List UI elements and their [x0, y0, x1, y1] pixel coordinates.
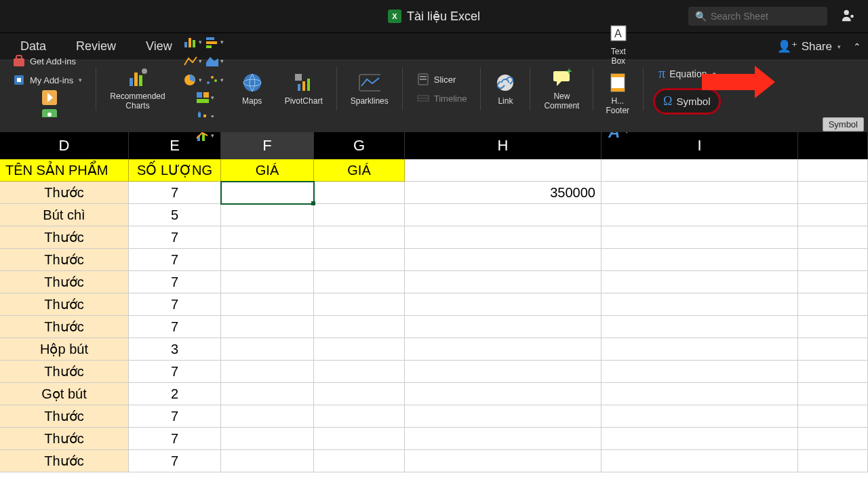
cell[interactable] [798, 293, 868, 316]
cell[interactable] [798, 338, 868, 361]
cell[interactable] [221, 338, 314, 361]
cell[interactable]: 7 [129, 249, 221, 271]
cell[interactable] [601, 271, 798, 293]
cell[interactable] [601, 159, 798, 182]
cell[interactable] [798, 450, 868, 472]
cell[interactable] [314, 383, 405, 405]
cell[interactable] [601, 204, 798, 226]
cell[interactable]: 3 [129, 338, 221, 361]
header-footer-button[interactable]: H...Footer [601, 69, 633, 119]
user-icon[interactable] [841, 8, 856, 23]
get-addins-button[interactable]: Get Add-ins [8, 52, 86, 70]
collapse-ribbon-icon[interactable]: ⌃ [853, 41, 861, 52]
cell[interactable] [601, 293, 798, 316]
cell[interactable] [221, 226, 314, 249]
cell[interactable] [798, 182, 868, 204]
cell[interactable]: Thước [0, 271, 129, 293]
cell[interactable] [601, 249, 798, 271]
cell[interactable] [601, 428, 798, 450]
cell[interactable] [798, 159, 868, 182]
cell[interactable]: 7 [129, 316, 221, 338]
cell[interactable]: 7 [129, 226, 221, 249]
cell[interactable] [405, 450, 601, 472]
cell[interactable] [798, 316, 868, 338]
cell[interactable]: 350000 [405, 182, 601, 204]
sparklines-button[interactable]: Sparklines [347, 69, 393, 108]
cell[interactable] [314, 428, 405, 450]
cell[interactable]: 7 [129, 361, 221, 383]
cell[interactable] [314, 271, 405, 293]
cell[interactable] [314, 249, 405, 271]
header-cell[interactable]: TÊN SẢN PHẨM [0, 159, 129, 182]
cell[interactable] [314, 405, 405, 428]
cell[interactable] [601, 338, 798, 361]
cell[interactable]: Hộp bút [0, 338, 129, 361]
search-input[interactable] [711, 11, 819, 22]
recommended-charts-button[interactable]: RecommendedCharts [106, 64, 169, 114]
new-comment-button[interactable]: + NewComment [540, 64, 583, 114]
header-cell[interactable]: GIÁ [314, 159, 405, 182]
tab-view[interactable]: View [131, 34, 187, 59]
cell[interactable]: Thước [0, 405, 129, 428]
cell[interactable]: Gọt bút [0, 383, 129, 405]
cell[interactable]: Thước [0, 249, 129, 271]
col-header-blank[interactable] [798, 132, 868, 159]
cell[interactable]: Thước [0, 226, 129, 249]
cell[interactable] [601, 226, 798, 249]
cell[interactable] [798, 383, 868, 405]
cell[interactable] [221, 361, 314, 383]
cell[interactable] [601, 316, 798, 338]
cell[interactable]: Bút chì [0, 204, 129, 226]
cell[interactable]: Thước [0, 450, 129, 472]
cell[interactable]: Thước [0, 316, 129, 338]
cell[interactable] [405, 338, 601, 361]
cell[interactable] [798, 405, 868, 428]
pie-chart-icon[interactable]: ▾ [183, 71, 202, 89]
cell[interactable] [798, 361, 868, 383]
line-chart-icon[interactable]: ▾ [183, 52, 202, 70]
cell[interactable]: 2 [129, 383, 221, 405]
cell[interactable] [601, 182, 798, 204]
cell[interactable] [221, 428, 314, 450]
cell[interactable] [221, 316, 314, 338]
col-header-F[interactable]: F [221, 132, 314, 159]
cell[interactable] [221, 405, 314, 428]
col-header-H[interactable]: H [405, 132, 601, 159]
cell[interactable]: Thước [0, 428, 129, 450]
search-box[interactable]: 🔍 [688, 7, 827, 26]
cell[interactable] [221, 249, 314, 271]
cell[interactable] [314, 361, 405, 383]
cell[interactable]: 7 [129, 293, 221, 316]
cell[interactable] [405, 226, 601, 249]
cell[interactable] [405, 361, 601, 383]
header-cell[interactable]: SỐ LƯỢNG [129, 159, 221, 182]
cell[interactable]: 5 [129, 204, 221, 226]
cell[interactable] [405, 204, 601, 226]
cell[interactable] [405, 405, 601, 428]
cell[interactable] [221, 271, 314, 293]
cell[interactable]: Thước [0, 293, 129, 316]
cell[interactable] [798, 428, 868, 450]
cell[interactable] [314, 293, 405, 316]
maps-button[interactable]: Maps [237, 69, 267, 108]
text-box-button[interactable]: A TextBox [604, 20, 633, 69]
slicer-button[interactable]: Slicer [412, 70, 471, 88]
cell[interactable] [221, 293, 314, 316]
cell[interactable] [314, 204, 405, 226]
cell[interactable] [601, 383, 798, 405]
cell[interactable]: 7 [129, 405, 221, 428]
equation-button[interactable]: π Equation▾ [653, 63, 721, 84]
cell[interactable] [601, 405, 798, 428]
header-cell[interactable]: GIÁ [221, 159, 314, 182]
symbol-button[interactable]: Ω Symbol [653, 88, 720, 115]
spreadsheet-grid[interactable]: D E F G H I TÊN SẢN PHẨM SỐ LƯỢNG GIÁ GI… [0, 132, 868, 472]
cell[interactable] [314, 450, 405, 472]
bing-maps-icon[interactable] [40, 89, 59, 106]
cell[interactable] [221, 383, 314, 405]
cell[interactable]: Thước [0, 182, 129, 204]
share-button[interactable]: 👤⁺ Share ▾ [777, 39, 841, 54]
cell[interactable] [798, 249, 868, 271]
cell[interactable] [314, 182, 405, 204]
cell[interactable] [798, 204, 868, 226]
cell[interactable] [798, 226, 868, 249]
